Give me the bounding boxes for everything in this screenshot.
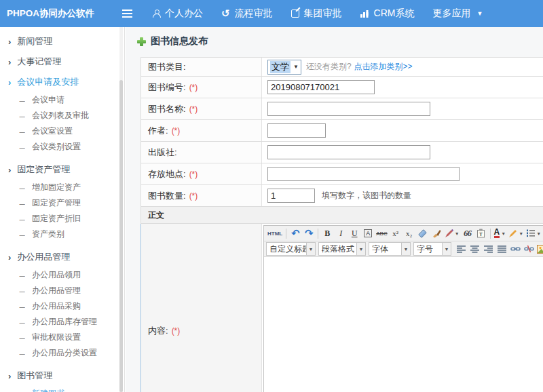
paint-color-button[interactable]: ▼ [444,227,460,240]
section-title: 正文 [148,210,164,221]
nav-item-crm-system[interactable]: CRM系统 [360,7,415,20]
dropdown-label: 字体 [369,243,388,255]
dash-icon: — [19,302,24,311]
sidebar-item-office-supplies-inventory[interactable]: —办公用品库存管理 [0,314,124,330]
superscript-button[interactable]: x² [390,227,402,240]
sidebar-item-label: 大事记管理 [17,56,61,68]
strikethrough-button[interactable]: ABC [375,227,388,240]
sidebar-item-add-fixed-asset[interactable]: —增加固定资产 [0,180,124,195]
font-family-dropdown[interactable]: 字体▼ [369,242,411,256]
quantity-input[interactable] [267,189,315,203]
toolbar-separator [286,229,286,239]
form-row-content: 内容:(*) HTML ↶ ↷ B I U A ABC [141,224,543,392]
paragraph-format-dropdown[interactable]: 段落格式▼ [318,242,366,256]
dash-icon: — [19,184,24,192]
dash-icon: — [19,199,24,208]
font-color-button[interactable]: A▼ [493,227,507,240]
remove-link-button[interactable] [523,243,535,256]
caret-down-icon: ▼ [476,10,483,17]
author-input[interactable] [267,123,326,138]
italic-button[interactable]: I [335,227,347,240]
nav-item-personal-office[interactable]: 个人办公 [153,7,203,20]
align-left-button[interactable] [455,243,467,256]
book-code-input[interactable] [267,80,375,94]
sidebar-item-approval-permission-settings[interactable]: —审批权限设置 [0,330,124,345]
quantity-hint-text: 填写数字，该图书的数量 [322,190,411,201]
blockquote-button[interactable]: 66 [462,227,474,240]
sidebar-item-meeting-list-approval[interactable]: —会议列表及审批 [0,108,124,123]
ordered-list-button[interactable]: ▼ [525,227,542,240]
align-center-button[interactable] [468,243,481,256]
required-mark: (*) [189,83,198,92]
sidebar-item-fixed-asset-depreciation[interactable]: —固定资产折旧 [0,211,124,227]
publisher-input[interactable] [267,145,430,159]
sidebar-item-label: 办公用品领用 [32,269,81,281]
underline-button[interactable]: U [348,227,360,240]
sidebar-item-label: 增加固定资产 [32,182,81,193]
field-label: 图书数量: [148,190,186,202]
book-category-select[interactable]: 文学 ▼ [267,60,301,75]
storage-location-input[interactable] [267,167,460,181]
caret-down-icon: ▼ [455,231,460,236]
add-category-link[interactable]: 点击添加类别>> [354,61,413,73]
book-name-input[interactable] [267,102,430,116]
nav-item-group-approval[interactable]: 集团审批 [291,7,342,20]
dash-icon: — [19,231,24,239]
hamburger-menu-icon[interactable] [122,9,132,18]
select-caret-icon: ▼ [293,64,299,70]
sidebar-item-memorabilia-management[interactable]: ›大事记管理 [0,52,124,72]
required-mark: (*) [172,126,181,136]
sidebar-item-fixed-assets-management[interactable]: ›固定资产管理 [0,159,124,180]
sidebar-item-fixed-asset-management[interactable]: —固定资产管理 [0,195,124,211]
insert-image-button[interactable] [536,243,543,256]
dash-icon: — [19,96,24,104]
chevron-right-icon: › [8,57,11,67]
sidebar-item-book-management[interactable]: ›图书管理 [0,366,124,386]
sidebar-item-meeting-category-settings[interactable]: —会议类别设置 [0,139,124,155]
sidebar-item-office-supplies-management[interactable]: ›办公用品管理 [0,247,124,267]
editor-content-area[interactable] [264,257,543,392]
paste-text-button[interactable]: T [475,227,487,240]
sidebar-item-meeting-request[interactable]: —会议申请 [0,92,124,108]
align-justify-button[interactable] [495,243,508,256]
sidebar-item-office-supplies-category-settings[interactable]: —办公用品分类设置 [0,345,124,361]
dash-icon: — [19,112,24,120]
section-header-body-text: 正文 [141,207,543,224]
sidebar-item-office-supplies-requisition[interactable]: —办公用品领用 [0,267,124,283]
sidebar-item-meeting-room-settings[interactable]: —会议室设置 [0,123,124,139]
subscript-button[interactable]: x₂ [403,227,415,240]
link-icon [510,244,521,254]
sidebar-item-office-supplies-purchase[interactable]: —办公用品采购 [0,298,124,314]
image-icon [537,245,543,254]
nav-item-label: 个人办公 [165,7,203,20]
bold-button[interactable]: B [321,227,333,240]
sidebar-item-label: 新建图书 [32,388,64,392]
nav-item-more-apps[interactable]: 更多应用 ▼ [432,7,483,20]
sidebar-item-news-management[interactable]: ›新闻管理 [0,31,124,52]
eraser-button[interactable] [417,227,429,240]
align-right-button[interactable] [482,243,494,256]
sidebar-item-meeting-request-and-schedule[interactable]: ›会议申请及安排 [0,72,124,92]
remove-format-button[interactable]: A [362,227,374,240]
custom-heading-dropdown[interactable]: 自定义标题▼ [266,242,316,256]
format-painter-button[interactable] [430,227,443,240]
sidebar: ›新闻管理 ›大事记管理 ›会议申请及安排 —会议申请 —会议列表及审批 —会议… [0,27,125,392]
dropdown-label: 自定义标题 [267,243,306,255]
sidebar-item-new-book[interactable]: —新建图书 [0,386,124,392]
dash-icon: — [19,271,24,279]
sidebar-scrollbar-thumb[interactable] [119,80,123,392]
nav-item-label: 集团审批 [304,7,342,20]
svg-text:T: T [479,231,483,237]
sidebar-scrollbar-track[interactable] [119,27,123,392]
chevron-right-icon: › [8,165,11,175]
field-label: 作者: [148,125,168,137]
sidebar-item-office-supplies-management-sub[interactable]: —办公用品管理 [0,283,124,298]
insert-link-button[interactable] [509,243,521,256]
undo-button[interactable]: ↶ [289,227,301,240]
nav-item-workflow-approval[interactable]: ↺ 流程审批 [221,7,273,20]
highlight-color-button[interactable]: ▼ [508,227,524,240]
redo-button[interactable]: ↷ [303,227,315,240]
sidebar-item-asset-category[interactable]: —资产类别 [0,227,124,242]
html-source-button[interactable]: HTML [267,227,283,240]
font-size-dropdown[interactable]: 字号▼ [413,242,451,256]
